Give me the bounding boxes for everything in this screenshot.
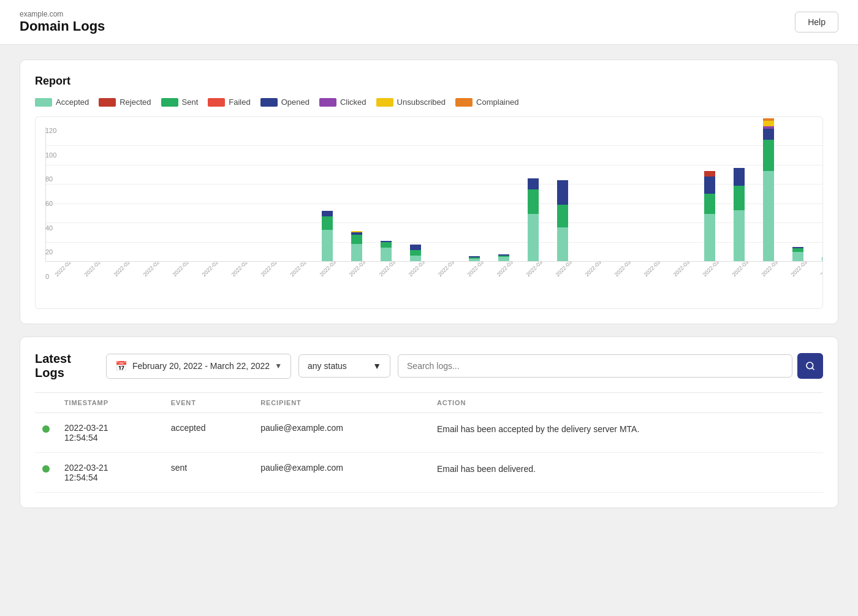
bar-segment-accepted xyxy=(557,227,568,261)
date-picker[interactable]: 📅 February 20, 2022 - March 22, 2022 ▼ xyxy=(106,354,291,379)
status-dot xyxy=(42,425,50,433)
bar-group xyxy=(284,126,312,261)
bar-stack xyxy=(822,257,823,261)
bar-group xyxy=(313,126,341,261)
bar-group xyxy=(637,126,665,261)
bar-segment-accepted xyxy=(322,230,333,261)
legend-item-opened: Opened xyxy=(260,97,309,107)
legend-item-unsubscribed: Unsubscribed xyxy=(376,97,446,107)
bar-group xyxy=(725,126,753,261)
col-status-header xyxy=(35,393,57,413)
date-range-text: February 20, 2022 - March 22, 2022 xyxy=(132,361,270,371)
main-content: Report AcceptedRejectedSentFailedOpenedC… xyxy=(0,45,858,523)
logs-card: LatestLogs 📅 February 20, 2022 - March 2… xyxy=(20,337,838,508)
legend-color-opened xyxy=(260,98,278,107)
bar-group xyxy=(696,126,724,261)
legend-item-accepted: Accepted xyxy=(35,97,89,107)
status-dot-cell xyxy=(35,413,57,453)
bar-group xyxy=(166,126,194,261)
bar-group xyxy=(490,126,518,261)
col-action-header: ACTION xyxy=(430,393,823,413)
bar-stack xyxy=(734,168,745,261)
bar-group xyxy=(754,126,783,261)
bar-group xyxy=(401,126,430,261)
bar-group xyxy=(372,126,400,261)
bar-group xyxy=(137,126,165,261)
bar-group xyxy=(578,126,606,261)
legend-label-accepted: Accepted xyxy=(56,97,89,107)
legend-color-complained xyxy=(455,98,473,107)
recipient-cell: paulie@example.com xyxy=(253,453,430,493)
bar-stack xyxy=(469,256,480,261)
legend-item-complained: Complained xyxy=(455,97,518,107)
bar-stack xyxy=(322,211,333,261)
legend-label-sent: Sent xyxy=(182,97,199,107)
bar-stack xyxy=(792,247,803,261)
bar-segment-accepted xyxy=(410,256,421,261)
calendar-icon: 📅 xyxy=(115,360,127,372)
legend-label-rejected: Rejected xyxy=(120,97,151,107)
domain-name: example.com xyxy=(20,10,105,18)
legend-label-failed: Failed xyxy=(229,97,250,107)
bar-segment-accepted xyxy=(763,171,774,261)
legend-label-unsubscribed: Unsubscribed xyxy=(397,97,446,107)
y-label: 120 xyxy=(45,127,63,134)
chevron-down-icon: ▼ xyxy=(373,361,381,371)
event-cell: accepted xyxy=(164,413,253,453)
legend-item-failed: Failed xyxy=(208,97,250,107)
help-button[interactable]: Help xyxy=(795,12,838,32)
chart-legend: AcceptedRejectedSentFailedOpenedClickedU… xyxy=(35,97,823,107)
bar-segment-sent xyxy=(351,235,362,244)
legend-color-rejected xyxy=(99,98,116,107)
status-selected-label: any status xyxy=(308,361,347,371)
bars-row xyxy=(45,127,823,262)
chevron-down-icon: ▼ xyxy=(275,362,282,370)
bar-group xyxy=(784,126,812,261)
col-recipient-header: RECIPIENT xyxy=(253,393,430,413)
bar-group xyxy=(549,126,577,261)
legend-color-clicked xyxy=(319,98,336,107)
bar-segment-sent xyxy=(557,205,568,227)
search-input[interactable] xyxy=(398,354,792,378)
header-left: example.com Domain Logs xyxy=(20,10,105,34)
status-select[interactable]: any status ▼ xyxy=(298,354,390,378)
bar-segment-accepted xyxy=(822,259,823,261)
bar-group xyxy=(225,126,253,261)
timestamp-cell: 2022-03-21 12:54:54 xyxy=(57,413,164,453)
bar-segment-opened xyxy=(734,168,745,186)
bar-segment-sent xyxy=(734,186,745,210)
legend-color-failed xyxy=(208,98,225,107)
bar-group xyxy=(196,126,224,261)
bar-segment-accepted xyxy=(351,244,362,261)
bar-segment-sent xyxy=(763,140,774,171)
bar-segment-accepted xyxy=(528,214,539,261)
bar-segment-sent xyxy=(410,250,421,256)
y-axis-labels: 020406080100120 xyxy=(45,127,63,280)
x-labels: 2022-02-202022-02-212022-02-222022-02-23… xyxy=(45,262,823,298)
chart-container: 020406080100120 2022-02-202022-02-212022… xyxy=(35,116,823,309)
bar-segment-opened xyxy=(763,129,774,140)
report-title: Report xyxy=(35,75,823,88)
col-event-header: EVENT xyxy=(164,393,253,413)
y-label: 100 xyxy=(45,151,63,159)
logs-table-body: 2022-03-21 12:54:54acceptedpaulie@exampl… xyxy=(35,413,823,493)
bar-stack xyxy=(498,254,509,261)
report-card: Report AcceptedRejectedSentFailedOpenedC… xyxy=(20,59,838,324)
bar-group xyxy=(431,126,459,261)
legend-item-clicked: Clicked xyxy=(319,97,366,107)
bar-group xyxy=(607,126,636,261)
bar-segment-unsubscribed xyxy=(763,121,774,126)
search-button[interactable] xyxy=(797,353,823,379)
bar-segment-sent xyxy=(322,216,333,230)
search-wrapper xyxy=(398,353,823,379)
event-cell: sent xyxy=(164,453,253,493)
bar-segment-opened xyxy=(704,177,715,194)
bar-stack xyxy=(704,171,715,261)
bar-stack xyxy=(763,118,774,261)
bar-segment-opened xyxy=(322,211,333,216)
bar-segment-accepted xyxy=(498,257,509,261)
bar-segment-opened xyxy=(557,180,568,205)
bar-group xyxy=(343,126,371,261)
bar-segment-opened xyxy=(528,178,539,189)
legend-color-accepted xyxy=(35,98,52,107)
